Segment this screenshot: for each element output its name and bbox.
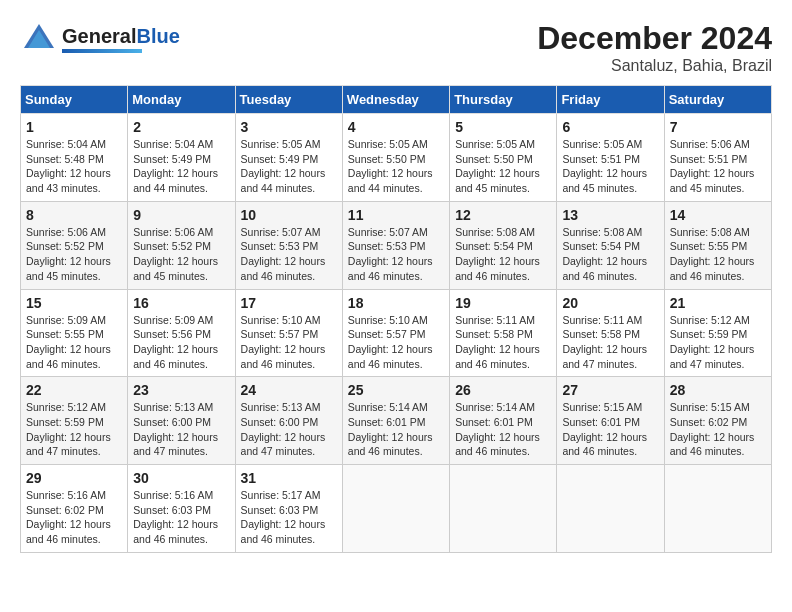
calendar-day: 22 Sunrise: 5:12 AM Sunset: 5:59 PM Dayl… (21, 377, 128, 465)
calendar-day: 28 Sunrise: 5:15 AM Sunset: 6:02 PM Dayl… (664, 377, 771, 465)
location-title: Santaluz, Bahia, Brazil (537, 57, 772, 75)
day-info: Sunrise: 5:10 AM Sunset: 5:57 PM Dayligh… (241, 313, 337, 372)
calendar-day: 13 Sunrise: 5:08 AM Sunset: 5:54 PM Dayl… (557, 201, 664, 289)
logo: GeneralBlue (20, 20, 180, 58)
day-number: 21 (670, 295, 766, 311)
calendar-day: 12 Sunrise: 5:08 AM Sunset: 5:54 PM Dayl… (450, 201, 557, 289)
calendar-day: 24 Sunrise: 5:13 AM Sunset: 6:00 PM Dayl… (235, 377, 342, 465)
day-info: Sunrise: 5:07 AM Sunset: 5:53 PM Dayligh… (348, 225, 444, 284)
empty-cell (450, 465, 557, 553)
day-info: Sunrise: 5:04 AM Sunset: 5:48 PM Dayligh… (26, 137, 122, 196)
day-info: Sunrise: 5:06 AM Sunset: 5:52 PM Dayligh… (26, 225, 122, 284)
day-number: 26 (455, 382, 551, 398)
day-number: 25 (348, 382, 444, 398)
empty-cell (557, 465, 664, 553)
day-info: Sunrise: 5:08 AM Sunset: 5:54 PM Dayligh… (562, 225, 658, 284)
day-number: 24 (241, 382, 337, 398)
day-number: 18 (348, 295, 444, 311)
day-number: 20 (562, 295, 658, 311)
calendar: SundayMondayTuesdayWednesdayThursdayFrid… (20, 85, 772, 553)
day-info: Sunrise: 5:08 AM Sunset: 5:54 PM Dayligh… (455, 225, 551, 284)
calendar-day: 17 Sunrise: 5:10 AM Sunset: 5:57 PM Dayl… (235, 289, 342, 377)
day-info: Sunrise: 5:05 AM Sunset: 5:49 PM Dayligh… (241, 137, 337, 196)
calendar-day: 23 Sunrise: 5:13 AM Sunset: 6:00 PM Dayl… (128, 377, 235, 465)
day-info: Sunrise: 5:06 AM Sunset: 5:51 PM Dayligh… (670, 137, 766, 196)
day-info: Sunrise: 5:14 AM Sunset: 6:01 PM Dayligh… (348, 400, 444, 459)
day-info: Sunrise: 5:15 AM Sunset: 6:01 PM Dayligh… (562, 400, 658, 459)
day-number: 22 (26, 382, 122, 398)
calendar-day: 16 Sunrise: 5:09 AM Sunset: 5:56 PM Dayl… (128, 289, 235, 377)
calendar-day: 11 Sunrise: 5:07 AM Sunset: 5:53 PM Dayl… (342, 201, 449, 289)
day-info: Sunrise: 5:16 AM Sunset: 6:03 PM Dayligh… (133, 488, 229, 547)
calendar-day: 29 Sunrise: 5:16 AM Sunset: 6:02 PM Dayl… (21, 465, 128, 553)
day-number: 2 (133, 119, 229, 135)
day-info: Sunrise: 5:16 AM Sunset: 6:02 PM Dayligh… (26, 488, 122, 547)
weekday-header: Friday (557, 86, 664, 114)
day-number: 11 (348, 207, 444, 223)
calendar-day: 26 Sunrise: 5:14 AM Sunset: 6:01 PM Dayl… (450, 377, 557, 465)
day-number: 15 (26, 295, 122, 311)
weekday-header: Wednesday (342, 86, 449, 114)
day-number: 31 (241, 470, 337, 486)
month-title: December 2024 (537, 20, 772, 57)
calendar-day: 2 Sunrise: 5:04 AM Sunset: 5:49 PM Dayli… (128, 114, 235, 202)
day-number: 16 (133, 295, 229, 311)
calendar-day: 6 Sunrise: 5:05 AM Sunset: 5:51 PM Dayli… (557, 114, 664, 202)
calendar-day: 4 Sunrise: 5:05 AM Sunset: 5:50 PM Dayli… (342, 114, 449, 202)
calendar-day: 21 Sunrise: 5:12 AM Sunset: 5:59 PM Dayl… (664, 289, 771, 377)
day-number: 29 (26, 470, 122, 486)
calendar-day: 25 Sunrise: 5:14 AM Sunset: 6:01 PM Dayl… (342, 377, 449, 465)
day-info: Sunrise: 5:05 AM Sunset: 5:50 PM Dayligh… (348, 137, 444, 196)
calendar-day: 14 Sunrise: 5:08 AM Sunset: 5:55 PM Dayl… (664, 201, 771, 289)
weekday-header: Sunday (21, 86, 128, 114)
calendar-day: 19 Sunrise: 5:11 AM Sunset: 5:58 PM Dayl… (450, 289, 557, 377)
weekday-header: Tuesday (235, 86, 342, 114)
day-number: 12 (455, 207, 551, 223)
empty-cell (664, 465, 771, 553)
calendar-day: 1 Sunrise: 5:04 AM Sunset: 5:48 PM Dayli… (21, 114, 128, 202)
day-info: Sunrise: 5:15 AM Sunset: 6:02 PM Dayligh… (670, 400, 766, 459)
day-number: 3 (241, 119, 337, 135)
header: GeneralBlue December 2024 Santaluz, Bahi… (20, 20, 772, 75)
day-number: 6 (562, 119, 658, 135)
day-number: 4 (348, 119, 444, 135)
day-number: 1 (26, 119, 122, 135)
day-number: 8 (26, 207, 122, 223)
empty-cell (342, 465, 449, 553)
day-number: 7 (670, 119, 766, 135)
weekday-header: Monday (128, 86, 235, 114)
day-number: 23 (133, 382, 229, 398)
day-info: Sunrise: 5:07 AM Sunset: 5:53 PM Dayligh… (241, 225, 337, 284)
day-number: 13 (562, 207, 658, 223)
day-info: Sunrise: 5:13 AM Sunset: 6:00 PM Dayligh… (133, 400, 229, 459)
calendar-day: 31 Sunrise: 5:17 AM Sunset: 6:03 PM Dayl… (235, 465, 342, 553)
calendar-day: 27 Sunrise: 5:15 AM Sunset: 6:01 PM Dayl… (557, 377, 664, 465)
calendar-day: 5 Sunrise: 5:05 AM Sunset: 5:50 PM Dayli… (450, 114, 557, 202)
day-info: Sunrise: 5:04 AM Sunset: 5:49 PM Dayligh… (133, 137, 229, 196)
day-number: 30 (133, 470, 229, 486)
day-info: Sunrise: 5:08 AM Sunset: 5:55 PM Dayligh… (670, 225, 766, 284)
day-info: Sunrise: 5:17 AM Sunset: 6:03 PM Dayligh… (241, 488, 337, 547)
day-info: Sunrise: 5:11 AM Sunset: 5:58 PM Dayligh… (455, 313, 551, 372)
day-number: 27 (562, 382, 658, 398)
calendar-day: 10 Sunrise: 5:07 AM Sunset: 5:53 PM Dayl… (235, 201, 342, 289)
weekday-header: Thursday (450, 86, 557, 114)
day-info: Sunrise: 5:10 AM Sunset: 5:57 PM Dayligh… (348, 313, 444, 372)
day-number: 5 (455, 119, 551, 135)
day-number: 17 (241, 295, 337, 311)
day-number: 28 (670, 382, 766, 398)
calendar-day: 30 Sunrise: 5:16 AM Sunset: 6:03 PM Dayl… (128, 465, 235, 553)
title-area: December 2024 Santaluz, Bahia, Brazil (537, 20, 772, 75)
day-info: Sunrise: 5:05 AM Sunset: 5:50 PM Dayligh… (455, 137, 551, 196)
day-info: Sunrise: 5:13 AM Sunset: 6:00 PM Dayligh… (241, 400, 337, 459)
weekday-header: Saturday (664, 86, 771, 114)
calendar-day: 15 Sunrise: 5:09 AM Sunset: 5:55 PM Dayl… (21, 289, 128, 377)
day-info: Sunrise: 5:12 AM Sunset: 5:59 PM Dayligh… (26, 400, 122, 459)
calendar-day: 8 Sunrise: 5:06 AM Sunset: 5:52 PM Dayli… (21, 201, 128, 289)
day-info: Sunrise: 5:09 AM Sunset: 5:56 PM Dayligh… (133, 313, 229, 372)
day-info: Sunrise: 5:05 AM Sunset: 5:51 PM Dayligh… (562, 137, 658, 196)
day-number: 19 (455, 295, 551, 311)
calendar-day: 18 Sunrise: 5:10 AM Sunset: 5:57 PM Dayl… (342, 289, 449, 377)
day-number: 10 (241, 207, 337, 223)
day-info: Sunrise: 5:09 AM Sunset: 5:55 PM Dayligh… (26, 313, 122, 372)
